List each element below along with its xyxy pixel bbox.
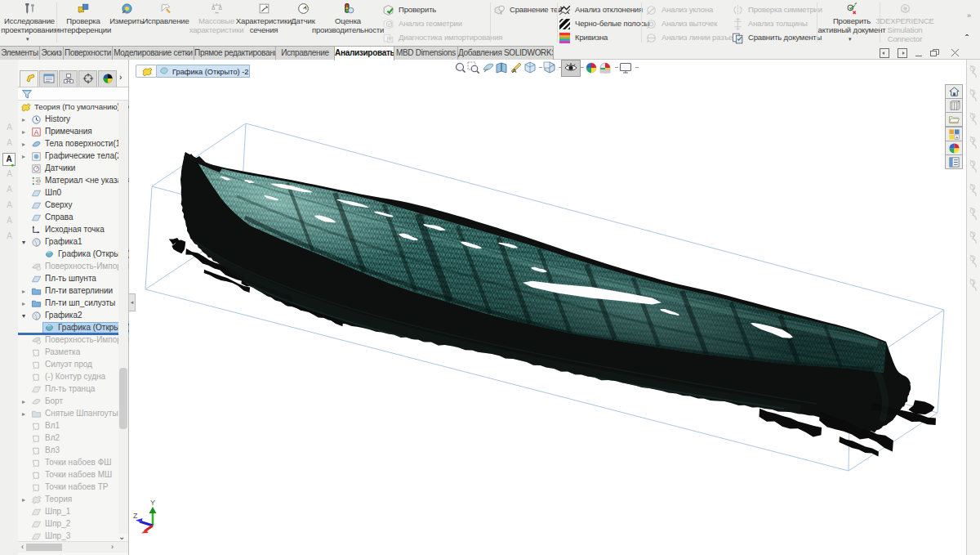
svg-text:Z: Z <box>133 512 138 520</box>
svg-text:A: A <box>34 128 39 137</box>
svg-text:Y: Y <box>150 499 155 507</box>
